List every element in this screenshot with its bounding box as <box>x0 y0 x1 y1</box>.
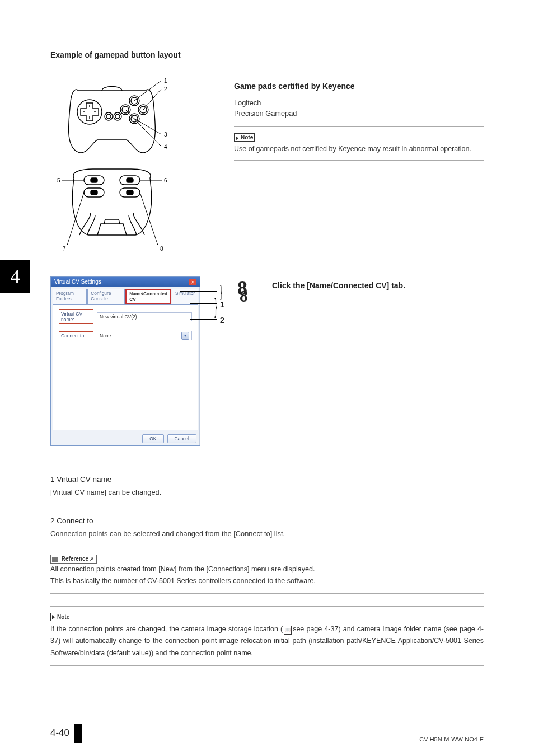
chevron-down-icon: ▼ <box>181 332 189 340</box>
label-connect-to: Connect to: <box>59 331 93 340</box>
svg-line-19 <box>134 119 161 134</box>
step-instruction: Click the [Name/Connected CV] tab. <box>272 276 405 446</box>
svg-line-20 <box>125 110 161 147</box>
svg-rect-22 <box>91 178 97 182</box>
select-value: None <box>100 333 111 339</box>
svg-line-32 <box>140 192 158 245</box>
note2-text: If the connection points are changed, th… <box>50 623 484 666</box>
close-icon[interactable]: ✕ <box>189 279 196 285</box>
page-number: 4-40 <box>50 727 69 739</box>
footer-doc-id: CV-H5N-M-WW-NO4-E <box>419 736 484 743</box>
marker-3: 3 <box>164 132 167 138</box>
note2-label: Note <box>50 613 71 621</box>
footer-mark <box>74 724 82 743</box>
dialog-title: Virtual CV Settings <box>54 279 101 285</box>
reference-text: All connection points created from [New]… <box>50 564 484 594</box>
reference-link-icon: 📖 <box>284 626 292 635</box>
reference-label: Reference↗ <box>50 555 97 563</box>
svg-rect-28 <box>127 190 133 195</box>
svg-point-6 <box>106 114 111 119</box>
section-1-heading: 1 Virtual CV name <box>50 475 484 483</box>
certified-line1: Logitech <box>234 97 484 108</box>
callout-1: 1 <box>220 300 224 309</box>
svg-point-8 <box>115 114 120 119</box>
tab-program-folders[interactable]: Program Folders <box>53 289 87 304</box>
svg-rect-24 <box>127 178 133 182</box>
marker-2: 2 <box>164 86 167 92</box>
marker-8: 8 <box>160 246 163 252</box>
note-label: Note <box>234 133 255 142</box>
marker-7: 7 <box>63 246 66 252</box>
svg-point-7 <box>114 112 121 120</box>
dialog-screenshot: Virtual CV Settings ✕ Program Folders Co… <box>50 276 200 446</box>
marker-5: 5 <box>57 177 60 184</box>
callout-8: 8 <box>240 287 248 306</box>
section-2-text: Connection points can be selected and ch… <box>50 528 484 539</box>
section-2-heading: 2 Connect to <box>50 516 484 525</box>
tab-name-connected-cv[interactable]: Name/Connected CV <box>125 289 171 304</box>
gamepad-diagram: 1 2 3 4 <box>56 68 168 259</box>
tab-configure-console[interactable]: Configure Console <box>87 289 125 304</box>
layout-heading: Example of gamepad button layout <box>50 50 484 59</box>
ok-button[interactable]: OK <box>142 434 163 443</box>
svg-line-31 <box>67 192 84 245</box>
select-connect-to[interactable]: None ▼ <box>97 331 192 340</box>
callout-2: 2 <box>220 316 224 325</box>
note-text: Use of gamepads not certified by Keyence… <box>234 144 484 160</box>
cancel-button[interactable]: Cancel <box>167 434 196 443</box>
svg-rect-26 <box>91 190 97 195</box>
svg-point-5 <box>105 112 113 120</box>
right-heading: Game pads certified by Keyence <box>234 82 484 91</box>
marker-4: 4 <box>164 144 167 150</box>
section-1-text: [Virtual CV name] can be changed. <box>50 487 484 497</box>
marker-6: 6 <box>164 177 167 184</box>
input-virtual-cv-name[interactable] <box>97 312 192 321</box>
certified-line2: Precision Gamepad <box>234 108 484 119</box>
marker-1: 1 <box>164 78 167 84</box>
label-virtual-cv-name: Virtual CV name: <box>59 309 93 324</box>
